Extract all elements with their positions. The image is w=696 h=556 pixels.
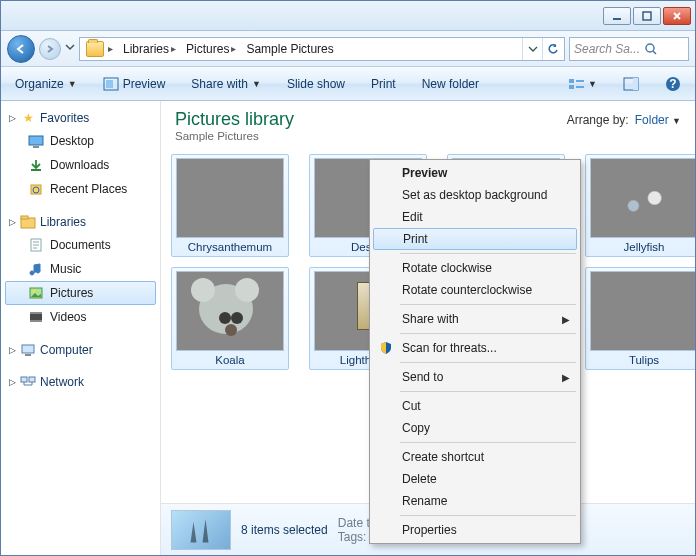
details-thumbnail: [171, 510, 231, 550]
ctx-rename[interactable]: Rename: [372, 490, 578, 512]
ctx-edit[interactable]: Edit: [372, 206, 578, 228]
breadcrumb-label: Libraries: [123, 42, 169, 56]
help-button[interactable]: ?: [659, 72, 687, 96]
svg-rect-4: [106, 80, 113, 88]
organize-menu[interactable]: Organize ▼: [9, 73, 83, 95]
ctx-properties[interactable]: Properties: [372, 519, 578, 541]
breadcrumb-label: Pictures: [186, 42, 229, 56]
ctx-rotate-ccw[interactable]: Rotate counterclockwise: [372, 279, 578, 301]
close-button[interactable]: [663, 7, 691, 25]
libraries-icon: [20, 214, 36, 230]
breadcrumb-sample-pictures[interactable]: Sample Pictures: [242, 38, 337, 60]
ctx-print[interactable]: Print: [373, 228, 577, 250]
slideshow-button[interactable]: Slide show: [281, 73, 351, 95]
command-bar: Organize ▼ Preview Share with ▼ Slide sh…: [1, 67, 695, 101]
svg-point-23: [33, 290, 36, 293]
ctx-label: Send to: [402, 370, 443, 384]
preview-pane-button[interactable]: [617, 72, 645, 96]
refresh-button[interactable]: [542, 38, 562, 60]
svg-text:?: ?: [669, 77, 676, 91]
file-item[interactable]: Tulips: [585, 267, 695, 370]
pane-icon: [623, 76, 639, 92]
svg-rect-15: [33, 146, 39, 148]
nav-documents[interactable]: Documents: [5, 233, 156, 257]
breadcrumb-pictures[interactable]: Pictures▸: [182, 38, 242, 60]
star-icon: ★: [20, 110, 36, 126]
music-icon: [28, 261, 44, 277]
network-header[interactable]: ▷Network: [5, 371, 156, 393]
back-button[interactable]: [7, 35, 35, 63]
breadcrumb-libraries[interactable]: Libraries▸: [119, 38, 182, 60]
search-box[interactable]: Search Sa...: [569, 37, 689, 61]
nav-desktop[interactable]: Desktop: [5, 129, 156, 153]
minimize-button[interactable]: [603, 7, 631, 25]
svg-rect-8: [576, 80, 584, 82]
library-title: Pictures library: [175, 109, 294, 130]
address-dropdown[interactable]: [522, 38, 542, 60]
address-bar[interactable]: ▸ Libraries▸ Pictures▸ Sample Pictures: [79, 37, 565, 61]
nav-label: Videos: [50, 310, 86, 324]
ctx-delete[interactable]: Delete: [372, 468, 578, 490]
share-menu[interactable]: Share with ▼: [185, 73, 267, 95]
ctx-label: Delete: [402, 472, 437, 486]
history-dropdown[interactable]: [65, 42, 75, 56]
libraries-label: Libraries: [40, 215, 86, 229]
titlebar: [1, 1, 695, 31]
libraries-header[interactable]: ▷Libraries: [5, 211, 156, 233]
thumbnail-image: [176, 271, 284, 351]
preview-icon: [103, 76, 119, 92]
ctx-create-shortcut[interactable]: Create shortcut: [372, 446, 578, 468]
svg-rect-30: [29, 377, 35, 382]
ctx-label: Create shortcut: [402, 450, 484, 464]
forward-button[interactable]: [39, 38, 61, 60]
ctx-rotate-cw[interactable]: Rotate clockwise: [372, 257, 578, 279]
file-name: Jellyfish: [624, 241, 665, 253]
computer-header[interactable]: ▷Computer: [5, 339, 156, 361]
nav-pictures[interactable]: Pictures: [5, 281, 156, 305]
file-item[interactable]: Jellyfish: [585, 154, 695, 257]
arrange-by[interactable]: Arrange by: Folder ▼: [567, 109, 681, 127]
nav-label: Downloads: [50, 158, 109, 172]
ctx-scan-threats[interactable]: Scan for threats...: [372, 337, 578, 359]
preview-button[interactable]: Preview: [97, 72, 172, 96]
favorites-header[interactable]: ▷★Favorites: [5, 107, 156, 129]
nav-recent[interactable]: Recent Places: [5, 177, 156, 201]
ctx-label: Share with: [402, 312, 459, 326]
breadcrumb-label: Sample Pictures: [246, 42, 333, 56]
ctx-label: Properties: [402, 523, 457, 537]
arrange-label: Arrange by:: [567, 113, 629, 127]
file-item[interactable]: Koala: [171, 267, 289, 370]
svg-point-2: [646, 44, 654, 52]
ctx-label: Rotate clockwise: [402, 261, 492, 275]
ctx-copy[interactable]: Copy: [372, 417, 578, 439]
ctx-label: Copy: [402, 421, 430, 435]
new-folder-button[interactable]: New folder: [416, 73, 485, 95]
nav-videos[interactable]: Videos: [5, 305, 156, 329]
ctx-cut[interactable]: Cut: [372, 395, 578, 417]
view-menu[interactable]: ▼: [562, 72, 603, 96]
nav-music[interactable]: Music: [5, 257, 156, 281]
computer-icon: [20, 342, 36, 358]
maximize-button[interactable]: [633, 7, 661, 25]
ctx-send-to[interactable]: Send to▶: [372, 366, 578, 388]
nav-downloads[interactable]: Downloads: [5, 153, 156, 177]
search-placeholder: Search Sa...: [574, 42, 640, 56]
ctx-label: Set as desktop background: [402, 188, 547, 202]
print-button[interactable]: Print: [365, 73, 402, 95]
ctx-share-with[interactable]: Share with▶: [372, 308, 578, 330]
svg-rect-11: [633, 78, 638, 90]
svg-rect-9: [576, 86, 584, 88]
details-count: 8 items selected: [241, 523, 328, 537]
ctx-label: Cut: [402, 399, 421, 413]
newfolder-label: New folder: [422, 77, 479, 91]
slideshow-label: Slide show: [287, 77, 345, 91]
navigation-pane: ▷★Favorites Desktop Downloads Recent Pla…: [1, 101, 161, 555]
ctx-set-background[interactable]: Set as desktop background: [372, 184, 578, 206]
arrange-value[interactable]: Folder ▼: [635, 113, 681, 127]
arrange-value-text: Folder: [635, 113, 669, 127]
ctx-label: Preview: [402, 166, 447, 180]
ctx-preview[interactable]: Preview: [372, 162, 578, 184]
svg-rect-28: [25, 354, 31, 356]
folder-icon[interactable]: ▸: [82, 38, 119, 60]
file-item[interactable]: Chrysanthemum: [171, 154, 289, 257]
